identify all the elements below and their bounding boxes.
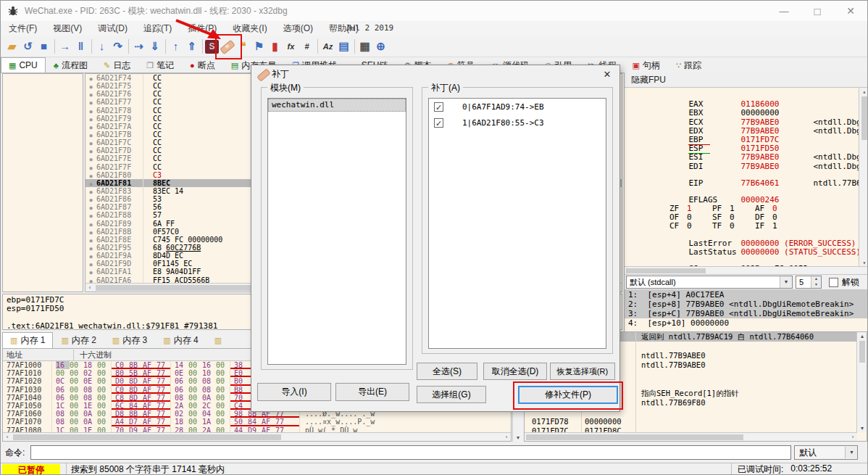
- execute-till-return-icon[interactable]: ↑: [168, 38, 183, 54]
- tab-cpu[interactable]: ▦ CPU: [1, 57, 46, 73]
- export-button[interactable]: 导出(E): [335, 383, 409, 401]
- bookmarks-icon[interactable]: ▮: [267, 38, 283, 54]
- select-all-button[interactable]: 全选(S): [417, 363, 477, 380]
- tab-dump-3[interactable]: ▥ 内存 3: [104, 332, 155, 348]
- breakpoint-dot-icon[interactable]: [85, 260, 96, 268]
- stack-vscrollbar[interactable]: ▴ ▾: [856, 332, 867, 432]
- tab-trace[interactable]: ∵ 跟踪: [668, 57, 709, 73]
- functions-icon[interactable]: fx: [283, 38, 299, 54]
- calling-convention-select[interactable]: 默认 (stdcall) ▼: [626, 276, 793, 289]
- tab-dump-2[interactable]: ▥ 内存 2: [53, 332, 104, 348]
- stack-row[interactable]: 0171FD78 00000000: [525, 417, 867, 426]
- breakpoint-dot-icon[interactable]: [85, 171, 96, 179]
- patch-list[interactable]: ✓ 0|6A7F1AD9:74->EB ✓ 1|6AD21F80:55->C3: [428, 98, 606, 349]
- attach-icon[interactable]: ▤: [336, 38, 351, 54]
- hide-fpu-button[interactable]: 隐藏FPU: [625, 73, 868, 88]
- patch-file-button[interactable]: 修补文件(P): [518, 386, 618, 404]
- hash-icon[interactable]: #: [299, 38, 314, 54]
- breakpoint-dot-icon[interactable]: [85, 195, 96, 203]
- dump-hscrollbar[interactable]: ‹ ›: [3, 432, 511, 441]
- run-icon[interactable]: →: [57, 38, 72, 54]
- breakpoint-dot-icon[interactable]: [85, 146, 96, 154]
- breakpoint-dot-icon[interactable]: [85, 187, 96, 195]
- breakpoint-dot-icon[interactable]: [85, 131, 96, 139]
- module-list[interactable]: wechatwin.dll: [267, 98, 406, 365]
- breakpoint-dot-icon[interactable]: [85, 123, 96, 131]
- restore-selection-button[interactable]: 恢复选择项(R): [550, 363, 615, 380]
- breakpoint-dot-icon[interactable]: [85, 236, 96, 244]
- menu-item[interactable]: 文件(F): [1, 22, 45, 35]
- patch-dialog-titlebar[interactable]: 补丁 ✕: [251, 65, 619, 83]
- breakpoint-dot-icon[interactable]: [85, 228, 96, 236]
- breakpoint-dot-icon[interactable]: [85, 154, 96, 162]
- help-icon[interactable]: ⊕: [373, 38, 388, 54]
- breakpoint-dot-icon[interactable]: [85, 179, 96, 187]
- menu-item[interactable]: 调试(D): [90, 22, 135, 35]
- checkbox-icon[interactable]: ✓: [434, 118, 443, 128]
- tab-dump-4[interactable]: ▥ 内存 4: [155, 332, 206, 348]
- close-button[interactable]: ✕: [834, 1, 867, 21]
- minimize-button[interactable]: —: [767, 1, 801, 21]
- strings-icon[interactable]: Az: [320, 38, 335, 54]
- patch-item[interactable]: ✓ 0|6A7F1AD9:74->EB: [429, 99, 606, 115]
- menu-item[interactable]: 收藏夹(I): [225, 22, 275, 35]
- restart-icon[interactable]: ↺: [20, 38, 36, 54]
- argument-row[interactable]: 4: [esp+10] 00000000: [625, 318, 868, 328]
- tab-dump-1[interactable]: ▥ 内存 1: [2, 332, 53, 348]
- checkbox-icon[interactable]: ✓: [434, 102, 443, 112]
- breakpoint-dot-icon[interactable]: [85, 220, 96, 228]
- breakpoint-dot-icon[interactable]: [85, 98, 96, 106]
- dialog-close-icon[interactable]: ✕: [601, 68, 614, 81]
- arguments-list[interactable]: 1: [esp+4] A0C17EEA 2: [esp+8] 77B9ABE0 …: [625, 290, 868, 331]
- unlock-checkbox[interactable]: [829, 278, 838, 287]
- breakpoint-dot-icon[interactable]: [85, 139, 96, 146]
- command-input[interactable]: [30, 445, 791, 460]
- tab-log[interactable]: ✎ 日志: [96, 57, 138, 73]
- patch-icon[interactable]: [220, 38, 235, 54]
- register-row[interactable]: EAX01186000: [631, 91, 868, 100]
- breakpoint-dot-icon[interactable]: [85, 90, 96, 98]
- arg-count-stepper[interactable]: 5 ▲▼: [796, 276, 822, 289]
- tab-notes[interactable]: ❐ 笔记: [138, 57, 182, 73]
- registers-list[interactable]: EAX01186000 EBX00000000 ECX77B9ABE0<ntdl…: [625, 88, 868, 267]
- scylla-icon[interactable]: S: [205, 40, 219, 54]
- run-to-user-code-icon[interactable]: ⇑: [184, 38, 199, 54]
- breakpoint-dot-icon[interactable]: [85, 244, 96, 252]
- module-item[interactable]: wechatwin.dll: [268, 99, 406, 112]
- open-file-icon[interactable]: ▰: [4, 38, 20, 54]
- registers-hscrollbar[interactable]: [625, 266, 868, 274]
- deselect-all-button[interactable]: 取消全选(D): [483, 363, 547, 380]
- labels-icon[interactable]: ⚑: [251, 38, 267, 54]
- breakpoint-dot-icon[interactable]: [85, 82, 96, 90]
- breakpoint-dot-icon[interactable]: [85, 203, 96, 211]
- registers-vscrollbar[interactable]: ▴ ▾: [859, 88, 868, 267]
- command-script-select[interactable]: 默认 ▼: [794, 445, 858, 460]
- tab-graph[interactable]: ♣ 流程图: [46, 57, 96, 73]
- step-over-icon[interactable]: ↷: [110, 38, 125, 54]
- menu-item[interactable]: 选项(O): [275, 22, 321, 35]
- step-out-icon[interactable]: ⇓: [147, 38, 162, 54]
- comments-icon[interactable]: ❝: [235, 38, 251, 54]
- menu-item[interactable]: 追踪(T): [135, 22, 180, 35]
- breakpoint-dot-icon[interactable]: [85, 211, 96, 219]
- breakpoint-dot-icon[interactable]: [85, 115, 96, 123]
- pick-groups-button[interactable]: 选择组(G): [417, 386, 486, 403]
- breakpoint-dot-icon[interactable]: [85, 107, 96, 115]
- stop-icon[interactable]: ■: [36, 38, 51, 54]
- tab-dump-5[interactable]: ▥: [206, 332, 233, 348]
- argument-row[interactable]: 2: [esp+8] 77B9ABE0 <ntdll.DbgUiRemoteBr…: [625, 300, 868, 309]
- maximize-button[interactable]: □: [801, 1, 834, 21]
- stack-hscrollbar[interactable]: ›: [525, 432, 857, 441]
- breakpoint-dot-icon[interactable]: [85, 268, 96, 276]
- tab-handles[interactable]: ▣ 句柄: [625, 57, 668, 73]
- patch-item[interactable]: ✓ 1|6AD21F80:55->C3: [429, 115, 606, 131]
- tab-breakpoints[interactable]: ● 断点: [182, 57, 223, 73]
- dump-row[interactable]: 77AF107008000A00A4D7AF7718001A005084AF77…: [3, 418, 511, 426]
- calculator-icon[interactable]: ▦: [357, 38, 372, 54]
- menu-item[interactable]: 视图(V): [45, 22, 90, 35]
- argument-row[interactable]: 3: [esp+C] 77B9ABE0 <ntdll.DbgUiRemoteBr…: [625, 309, 868, 318]
- step-into-icon[interactable]: ↓: [94, 38, 109, 54]
- import-button[interactable]: 导入(I): [257, 383, 331, 401]
- argument-row[interactable]: 1: [esp+4] A0C17EEA: [625, 290, 868, 300]
- menu-item[interactable]: 插件(P): [180, 22, 225, 35]
